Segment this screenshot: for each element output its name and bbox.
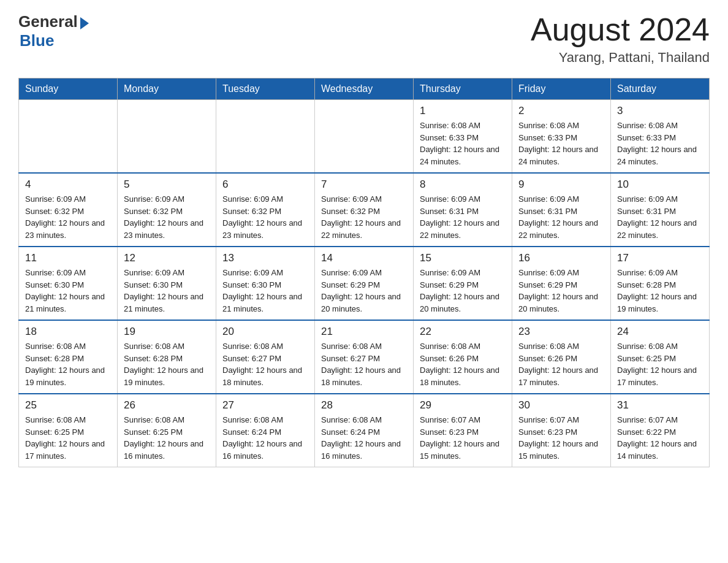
day-number: 21 [321,326,407,338]
day-of-week-header: Tuesday [216,79,315,100]
day-info: Sunrise: 6:09 AMSunset: 6:31 PMDaylight:… [617,193,703,241]
calendar-week-row: 1Sunrise: 6:08 AMSunset: 6:33 PMDaylight… [19,100,710,174]
logo-blue-text: Blue [20,31,54,50]
calendar-day-cell: 11Sunrise: 6:09 AMSunset: 6:30 PMDayligh… [19,247,118,320]
calendar-day-cell [216,100,315,174]
day-info: Sunrise: 6:09 AMSunset: 6:29 PMDaylight:… [518,267,604,315]
calendar-day-cell: 31Sunrise: 6:07 AMSunset: 6:22 PMDayligh… [611,394,710,467]
day-info: Sunrise: 6:09 AMSunset: 6:29 PMDaylight:… [321,267,407,315]
day-number: 27 [222,399,308,412]
calendar-day-cell: 24Sunrise: 6:08 AMSunset: 6:25 PMDayligh… [611,320,710,394]
calendar-day-cell: 23Sunrise: 6:08 AMSunset: 6:26 PMDayligh… [512,320,611,394]
day-info: Sunrise: 6:09 AMSunset: 6:29 PMDaylight:… [420,267,506,315]
calendar-day-cell: 29Sunrise: 6:07 AMSunset: 6:23 PMDayligh… [414,394,512,467]
calendar-day-cell: 2Sunrise: 6:08 AMSunset: 6:33 PMDaylight… [512,100,611,174]
calendar-day-cell: 25Sunrise: 6:08 AMSunset: 6:25 PMDayligh… [19,394,118,467]
calendar-day-cell: 28Sunrise: 6:08 AMSunset: 6:24 PMDayligh… [315,394,414,467]
day-number: 14 [321,252,407,264]
calendar-week-row: 11Sunrise: 6:09 AMSunset: 6:30 PMDayligh… [19,247,710,320]
day-number: 29 [420,399,506,412]
location-title: Yarang, Pattani, Thailand [531,50,710,66]
day-info: Sunrise: 6:08 AMSunset: 6:27 PMDaylight:… [321,340,407,388]
day-number: 31 [617,399,703,412]
day-info: Sunrise: 6:09 AMSunset: 6:32 PMDaylight:… [321,193,407,241]
day-info: Sunrise: 6:09 AMSunset: 6:32 PMDaylight:… [222,193,308,241]
calendar-day-cell: 9Sunrise: 6:09 AMSunset: 6:31 PMDaylight… [512,173,611,247]
day-of-week-header: Friday [512,79,611,100]
day-number: 11 [25,252,111,264]
calendar-day-cell: 20Sunrise: 6:08 AMSunset: 6:27 PMDayligh… [216,320,315,394]
day-number: 3 [617,105,703,117]
day-number: 16 [518,252,604,264]
day-info: Sunrise: 6:08 AMSunset: 6:27 PMDaylight:… [222,340,308,388]
day-number: 12 [124,252,210,264]
day-info: Sunrise: 6:08 AMSunset: 6:28 PMDaylight:… [25,340,111,388]
calendar-day-cell: 13Sunrise: 6:09 AMSunset: 6:30 PMDayligh… [216,247,315,320]
day-number: 20 [222,326,308,338]
calendar-day-cell: 19Sunrise: 6:08 AMSunset: 6:28 PMDayligh… [118,320,216,394]
calendar-day-cell: 15Sunrise: 6:09 AMSunset: 6:29 PMDayligh… [414,247,512,320]
day-info: Sunrise: 6:09 AMSunset: 6:31 PMDaylight:… [518,193,604,241]
calendar-day-cell: 4Sunrise: 6:09 AMSunset: 6:32 PMDaylight… [19,173,118,247]
calendar-day-cell: 27Sunrise: 6:08 AMSunset: 6:24 PMDayligh… [216,394,315,467]
calendar-day-cell [19,100,118,174]
day-info: Sunrise: 6:09 AMSunset: 6:32 PMDaylight:… [25,193,111,241]
day-info: Sunrise: 6:08 AMSunset: 6:33 PMDaylight:… [420,120,506,167]
day-number: 5 [124,178,210,191]
day-number: 6 [222,178,308,191]
day-info: Sunrise: 6:09 AMSunset: 6:32 PMDaylight:… [124,193,210,241]
day-of-week-header: Monday [118,79,216,100]
calendar-day-cell: 18Sunrise: 6:08 AMSunset: 6:28 PMDayligh… [19,320,118,394]
day-of-week-header: Wednesday [315,79,414,100]
day-of-week-header: Sunday [19,79,118,100]
page-header: General Blue August 2024 Yarang, Pattani… [18,12,710,66]
day-info: Sunrise: 6:09 AMSunset: 6:28 PMDaylight:… [617,267,703,315]
calendar-day-cell: 10Sunrise: 6:09 AMSunset: 6:31 PMDayligh… [611,173,710,247]
day-info: Sunrise: 6:08 AMSunset: 6:28 PMDaylight:… [124,340,210,388]
calendar-day-cell: 26Sunrise: 6:08 AMSunset: 6:25 PMDayligh… [118,394,216,467]
calendar-day-cell: 1Sunrise: 6:08 AMSunset: 6:33 PMDaylight… [414,100,512,174]
day-number: 4 [25,178,111,191]
calendar-day-cell [118,100,216,174]
calendar-day-cell: 14Sunrise: 6:09 AMSunset: 6:29 PMDayligh… [315,247,414,320]
calendar-day-cell: 12Sunrise: 6:09 AMSunset: 6:30 PMDayligh… [118,247,216,320]
day-info: Sunrise: 6:07 AMSunset: 6:23 PMDaylight:… [518,414,604,462]
calendar-day-cell: 5Sunrise: 6:09 AMSunset: 6:32 PMDaylight… [118,173,216,247]
day-info: Sunrise: 6:08 AMSunset: 6:26 PMDaylight:… [518,340,604,388]
calendar-week-row: 4Sunrise: 6:09 AMSunset: 6:32 PMDaylight… [19,173,710,247]
day-info: Sunrise: 6:08 AMSunset: 6:25 PMDaylight:… [25,414,111,462]
day-info: Sunrise: 6:09 AMSunset: 6:30 PMDaylight:… [222,267,308,315]
calendar-day-cell: 7Sunrise: 6:09 AMSunset: 6:32 PMDaylight… [315,173,414,247]
day-number: 23 [518,326,604,338]
day-number: 18 [25,326,111,338]
day-number: 2 [518,105,604,117]
day-info: Sunrise: 6:08 AMSunset: 6:25 PMDaylight:… [124,414,210,462]
day-number: 22 [420,326,506,338]
calendar-week-row: 25Sunrise: 6:08 AMSunset: 6:25 PMDayligh… [19,394,710,467]
day-info: Sunrise: 6:08 AMSunset: 6:33 PMDaylight:… [518,120,604,167]
calendar-day-cell: 6Sunrise: 6:09 AMSunset: 6:32 PMDaylight… [216,173,315,247]
day-info: Sunrise: 6:07 AMSunset: 6:22 PMDaylight:… [617,414,703,462]
day-number: 13 [222,252,308,264]
day-of-week-header: Saturday [611,79,710,100]
calendar-table: SundayMondayTuesdayWednesdayThursdayFrid… [18,78,710,467]
calendar-day-cell: 21Sunrise: 6:08 AMSunset: 6:27 PMDayligh… [315,320,414,394]
day-number: 30 [518,399,604,412]
day-info: Sunrise: 6:08 AMSunset: 6:25 PMDaylight:… [617,340,703,388]
day-number: 24 [617,326,703,338]
logo-general-text: General [18,12,78,31]
day-number: 17 [617,252,703,264]
calendar-header-row: SundayMondayTuesdayWednesdayThursdayFrid… [19,79,710,100]
calendar-day-cell: 22Sunrise: 6:08 AMSunset: 6:26 PMDayligh… [414,320,512,394]
day-info: Sunrise: 6:08 AMSunset: 6:24 PMDaylight:… [222,414,308,462]
day-info: Sunrise: 6:09 AMSunset: 6:30 PMDaylight:… [124,267,210,315]
month-title: August 2024 [531,12,710,47]
day-number: 8 [420,178,506,191]
day-number: 7 [321,178,407,191]
day-number: 26 [124,399,210,412]
day-number: 1 [420,105,506,117]
day-number: 10 [617,178,703,191]
day-info: Sunrise: 6:09 AMSunset: 6:30 PMDaylight:… [25,267,111,315]
calendar-day-cell [315,100,414,174]
logo: General Blue [18,12,89,50]
